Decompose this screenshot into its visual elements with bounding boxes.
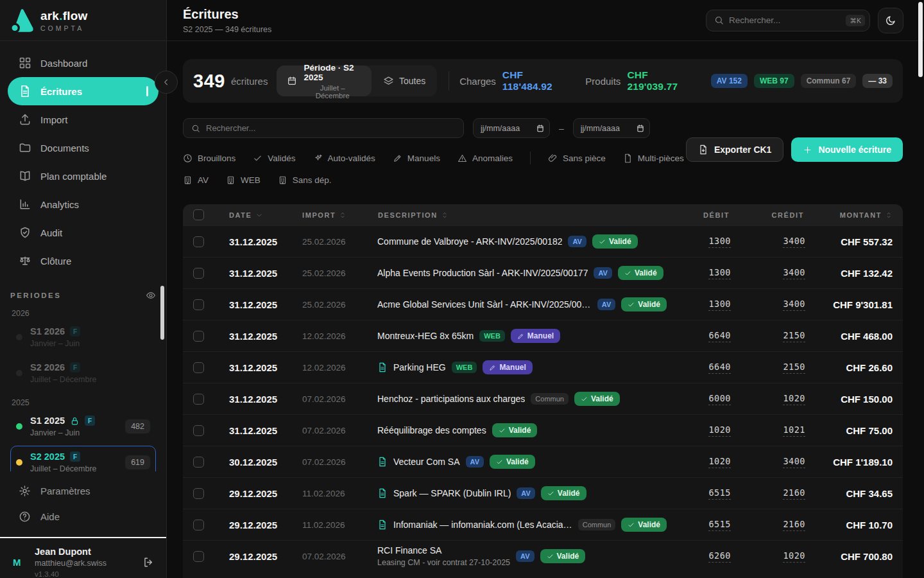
row-debit[interactable]: 6515 [708, 487, 731, 500]
gear-icon [19, 485, 31, 497]
table-row[interactable]: 29.12.202511.02.2026Infomaniak — infoman… [183, 509, 903, 540]
table-row[interactable]: 30.12.202507.02.2026Vecteur Com SAAVVali… [183, 446, 903, 477]
row-credit[interactable]: 2160 [783, 519, 805, 531]
table-row[interactable]: 31.12.202512.02.2026Parking HEGWEBManuel… [183, 351, 903, 383]
row-checkbox[interactable] [193, 331, 204, 342]
row-credit[interactable]: 2150 [783, 362, 805, 374]
row-checkbox[interactable] [193, 520, 204, 530]
filter-chip-sans-dep[interactable]: Sans dép. [278, 175, 332, 185]
sidebar-collapse-button[interactable] [155, 71, 178, 94]
row-credit[interactable]: 3400 [783, 267, 805, 279]
sidebar-item-ecritures[interactable]: Écritures [8, 77, 158, 105]
row-checkbox[interactable] [193, 236, 204, 247]
filter-chip-manuels[interactable]: Manuels [393, 153, 440, 163]
eye-icon[interactable] [146, 290, 156, 301]
sidebar-item-audit[interactable]: Audit [8, 218, 158, 247]
row-debit[interactable]: 1300 [708, 267, 731, 279]
chip-label: Auto-validés [328, 153, 375, 163]
row-checkbox[interactable] [193, 299, 204, 310]
period-item-s1-2026[interactable]: S1 2026FJanvier – Juin [10, 320, 156, 354]
calendar-icon[interactable] [536, 124, 545, 133]
table-row[interactable]: 31.12.202512.02.2026Montreux-HEG 8x 65km… [183, 320, 903, 351]
nav-label: Analytics [40, 199, 79, 210]
sidebar-item-aide[interactable]: Aide [0, 504, 166, 529]
date-to-input[interactable] [581, 124, 632, 133]
row-checkbox[interactable] [193, 457, 204, 468]
row-debit[interactable]: 6515 [708, 519, 731, 531]
sidebar-item-plan-comptable[interactable]: Plan comptable [8, 162, 158, 190]
row-credit[interactable]: 3400 [783, 456, 805, 468]
row-debit[interactable]: 1300 [708, 236, 731, 248]
row-credit[interactable]: 1020 [783, 550, 805, 563]
row-credit[interactable]: 1021 [783, 425, 805, 437]
column-header-credit[interactable]: CRÉDIT [731, 211, 805, 219]
row-checkbox[interactable] [193, 394, 204, 405]
filter-search[interactable] [183, 118, 464, 138]
row-checkbox[interactable] [193, 488, 204, 499]
row-credit[interactable]: 3400 [783, 236, 805, 248]
row-checkbox[interactable] [193, 551, 204, 562]
row-debit[interactable]: 1300 [708, 299, 731, 311]
filter-chip-sans-piece[interactable]: Sans pièce [548, 153, 606, 163]
table-row[interactable]: 29.12.202511.02.2026Spark — SPARK (Dubli… [183, 477, 903, 509]
row-debit[interactable]: 6640 [708, 362, 731, 374]
logout-icon[interactable] [142, 556, 155, 568]
column-header-description[interactable]: DESCRIPTION [363, 211, 672, 219]
column-header-montant[interactable]: MONTANT [805, 211, 903, 219]
period-item-s2-2025[interactable]: S2 2025FJuillet – Décembre619 [10, 446, 156, 471]
theme-toggle-button[interactable] [878, 8, 903, 33]
table-row[interactable]: 31.12.202507.02.2026Henchoz - participat… [183, 383, 903, 414]
filter-chip-anomalies[interactable]: Anomalies [458, 153, 513, 163]
filter-chip-valides[interactable]: Validés [253, 153, 295, 163]
sidebar-item-dashboard[interactable]: Dashboard [8, 49, 158, 77]
table-row[interactable]: 31.12.202507.02.2026Rééquilibrage des co… [183, 414, 903, 446]
sidebar-item-analytics[interactable]: Analytics [8, 190, 158, 218]
table-row[interactable]: 31.12.202525.02.2026Commune de Valbroye … [183, 225, 903, 257]
sidebar-item-cloture[interactable]: Clôture [8, 247, 158, 275]
row-checkbox[interactable] [193, 425, 204, 436]
row-debit[interactable]: 1020 [708, 425, 731, 437]
global-search-input[interactable] [729, 15, 841, 25]
table-row[interactable]: 31.12.202525.02.2026Acme Global Services… [183, 288, 903, 320]
table-row[interactable]: 31.12.202525.02.2026Alpha Events Product… [183, 257, 903, 288]
sidebar-item-parametres[interactable]: Paramètres [0, 478, 166, 504]
column-header-import[interactable]: IMPORT [287, 211, 363, 219]
row-credit[interactable]: 2150 [783, 330, 805, 342]
calendar-icon[interactable] [636, 124, 645, 133]
row-checkbox[interactable] [193, 362, 204, 373]
period-item-s2-2026[interactable]: S2 2026FJuillet – Décembre [10, 356, 156, 390]
period-range: Janvier – Juin [30, 339, 80, 348]
row-credit[interactable]: 3400 [783, 299, 805, 311]
period-item-s1-2025[interactable]: S1 2025FJanvier – Juin482 [10, 410, 156, 443]
filter-chip-multi-pieces[interactable]: Multi-pièces [623, 153, 684, 163]
new-entry-button[interactable]: Nouvelle écriture [791, 137, 903, 162]
column-header-debit[interactable]: DÉBIT [672, 211, 731, 219]
select-all-checkbox[interactable] [193, 209, 204, 220]
row-debit[interactable]: 6000 [708, 393, 731, 405]
filter-chip-auto-valides[interactable]: Auto-validés [313, 153, 375, 163]
sidebar-item-import[interactable]: Import [8, 105, 158, 134]
export-button[interactable]: Exporter CK1 [686, 137, 783, 162]
filter-chip-brouillons[interactable]: Brouillons [183, 153, 235, 163]
global-search[interactable]: ⌘K [706, 10, 870, 31]
scope-button[interactable]: Toutes [372, 76, 437, 87]
column-header-date[interactable]: DATE [214, 211, 287, 219]
date-from-field[interactable] [473, 118, 550, 138]
sidebar-item-documents[interactable]: Documents [8, 134, 158, 162]
row-credit[interactable]: 2160 [783, 487, 805, 500]
filter-search-input[interactable] [206, 123, 456, 133]
row-debit[interactable]: 6640 [708, 330, 731, 342]
row-credit[interactable]: 1020 [783, 393, 805, 405]
row-checkbox[interactable] [193, 268, 204, 279]
moon-icon [885, 15, 896, 26]
date-to-field[interactable] [573, 118, 650, 138]
page-scrollbar[interactable] [918, 2, 923, 77]
sidebar-scrollbar[interactable] [160, 286, 164, 340]
table-row[interactable]: 29.12.202507.02.2026RCI Finance SALeasin… [183, 540, 903, 572]
row-debit[interactable]: 1020 [708, 456, 731, 468]
period-button[interactable]: Période · S2 2025 Juillet – Décembre [277, 66, 372, 96]
filter-chip-web[interactable]: WEB [226, 175, 261, 185]
filter-chip-av[interactable]: AV [183, 175, 209, 185]
row-debit[interactable]: 6260 [708, 550, 731, 563]
date-from-input[interactable] [481, 124, 532, 133]
